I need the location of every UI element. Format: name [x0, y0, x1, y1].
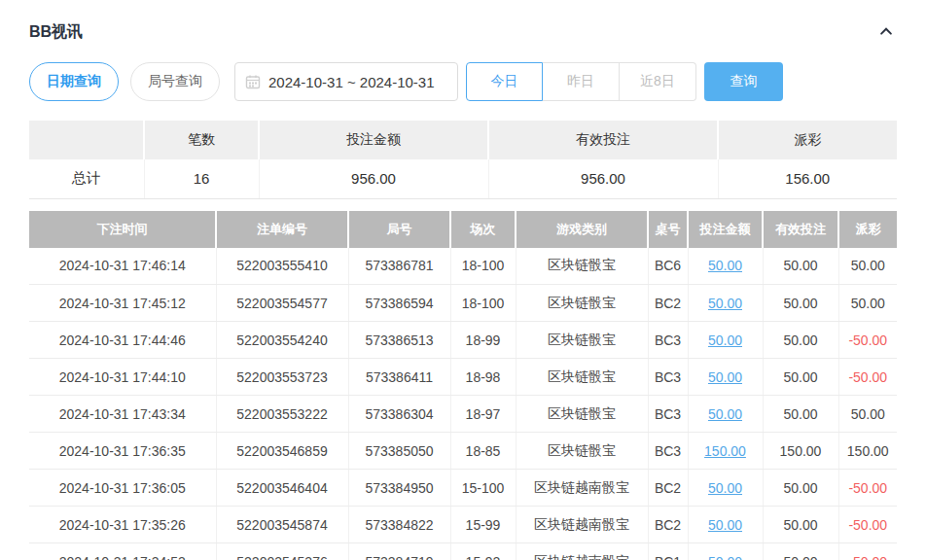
- cell-round: 573386781: [348, 248, 450, 285]
- quick-range-group: 今日 昨日 近8日: [466, 62, 696, 101]
- cell-payout: 50.00: [838, 285, 897, 322]
- records-table: 下注时间 注单编号 局号 场次 游戏类别 桌号 投注金额 有效投注 派彩 202…: [29, 211, 897, 560]
- summary-total-valid-bet: 956.00: [488, 159, 718, 198]
- table-row: 2024-10-31 17:46:14 522003555410 5733867…: [29, 248, 897, 285]
- cell-bet-amount: 50.00: [688, 285, 763, 322]
- cell-bet-time: 2024-10-31 17:43:34: [29, 396, 216, 433]
- cell-payout: -50.00: [838, 507, 897, 543]
- cell-game-type: 区块链骰宝: [516, 248, 648, 285]
- date-range-input[interactable]: 2024-10-31 ~ 2024-10-31: [234, 62, 458, 101]
- cell-table-no: BC2: [648, 507, 688, 543]
- calendar-icon: [245, 74, 261, 89]
- cell-table-no: BC2: [648, 285, 688, 322]
- quick-range-yesterday[interactable]: 昨日: [543, 62, 620, 101]
- cell-valid-bet: 150.00: [763, 433, 838, 470]
- cell-bet-id: 522003553222: [216, 396, 348, 433]
- cell-bet-time: 2024-10-31 17:44:46: [29, 322, 216, 359]
- col-round: 局号: [348, 211, 450, 248]
- cell-round: 573386304: [348, 396, 450, 433]
- cell-bet-id: 522003545376: [216, 543, 348, 560]
- cell-bet-amount: 50.00: [688, 248, 763, 285]
- table-row: 2024-10-31 17:44:46 522003554240 5733865…: [29, 322, 897, 359]
- cell-valid-bet: 50.00: [763, 248, 838, 285]
- bet-amount-link[interactable]: 50.00: [708, 258, 742, 273]
- cell-valid-bet: 50.00: [763, 285, 838, 322]
- cell-table-no: BC3: [648, 396, 688, 433]
- summary-header-payout: 派彩: [718, 121, 897, 159]
- summary-header-row: 笔数 投注金额 有效投注 派彩: [29, 121, 897, 159]
- cell-game-type: 区块链越南骰宝: [516, 543, 648, 560]
- summary-header-blank: [29, 121, 144, 159]
- cell-payout: -50.00: [838, 322, 897, 359]
- summary-header-count: 笔数: [144, 121, 259, 159]
- cell-round: 573385050: [348, 433, 450, 470]
- cell-valid-bet: 50.00: [763, 507, 838, 543]
- cell-bet-amount: 150.00: [688, 433, 763, 470]
- search-button[interactable]: 查询: [704, 62, 783, 101]
- cell-game-type: 区块链骰宝: [516, 285, 648, 322]
- panel-header: BB视讯: [29, 0, 897, 43]
- bet-amount-link[interactable]: 50.00: [708, 296, 742, 311]
- table-row: 2024-10-31 17:43:34 522003553222 5733863…: [29, 396, 897, 433]
- bet-amount-link[interactable]: 50.00: [708, 332, 742, 348]
- cell-payout: -50.00: [838, 543, 897, 560]
- cell-bet-time: 2024-10-31 17:34:53: [29, 543, 216, 560]
- quick-range-today[interactable]: 今日: [466, 62, 543, 101]
- cell-bet-id: 522003555410: [216, 248, 348, 285]
- cell-game-type: 区块链骰宝: [516, 433, 648, 470]
- col-bet-time: 下注时间: [29, 211, 216, 248]
- cell-round: 573384719: [348, 543, 450, 560]
- cell-bet-time: 2024-10-31 17:36:35: [29, 433, 216, 470]
- cell-valid-bet: 50.00: [763, 470, 838, 507]
- bet-amount-link[interactable]: 150.00: [704, 443, 746, 459]
- summary-total-row: 总计 16 956.00 956.00 156.00: [29, 159, 897, 198]
- cell-bet-time: 2024-10-31 17:35:26: [29, 507, 216, 543]
- records-body: 2024-10-31 17:46:14 522003555410 5733867…: [29, 248, 897, 560]
- summary-table: 笔数 投注金额 有效投注 派彩 总计 16 956.00 956.00 156.…: [29, 121, 897, 199]
- tab-round-query[interactable]: 局号查询: [130, 62, 220, 101]
- tab-date-query[interactable]: 日期查询: [29, 62, 119, 101]
- cell-payout: 150.00: [838, 433, 897, 470]
- cell-bet-amount: 50.00: [688, 470, 763, 507]
- table-row: 2024-10-31 17:45:12 522003554577 5733865…: [29, 285, 897, 322]
- cell-bet-id: 522003553723: [216, 359, 348, 396]
- cell-round: 573386513: [348, 322, 450, 359]
- collapse-panel-button[interactable]: [875, 21, 897, 43]
- cell-session: 15-100: [450, 470, 516, 507]
- bet-amount-link[interactable]: 50.00: [708, 369, 742, 385]
- cell-session: 15-92: [450, 543, 516, 560]
- cell-table-no: BC2: [648, 470, 688, 507]
- bet-amount-link[interactable]: 50.00: [708, 554, 742, 560]
- col-table-no: 桌号: [648, 211, 688, 248]
- cell-round: 573384950: [348, 470, 450, 507]
- cell-bet-amount: 50.00: [688, 543, 763, 560]
- cell-game-type: 区块链骰宝: [516, 396, 648, 433]
- summary-header-bet-amount: 投注金额: [259, 121, 488, 159]
- summary-total-label: 总计: [29, 159, 144, 198]
- table-row: 2024-10-31 17:35:26 522003545874 5733848…: [29, 507, 897, 543]
- col-valid-bet: 有效投注: [763, 211, 838, 248]
- cell-table-no: BC6: [648, 248, 688, 285]
- cell-bet-time: 2024-10-31 17:46:14: [29, 248, 216, 285]
- cell-bet-id: 522003546404: [216, 470, 348, 507]
- cell-bet-id: 522003545874: [216, 507, 348, 543]
- bet-amount-link[interactable]: 50.00: [708, 517, 742, 533]
- cell-session: 15-99: [450, 507, 516, 543]
- cell-round: 573384822: [348, 507, 450, 543]
- records-header-row: 下注时间 注单编号 局号 场次 游戏类别 桌号 投注金额 有效投注 派彩: [29, 211, 897, 248]
- table-row: 2024-10-31 17:36:35 522003546859 5733850…: [29, 433, 897, 470]
- summary-header-valid-bet: 有效投注: [488, 121, 718, 159]
- quick-range-last8days[interactable]: 近8日: [620, 62, 696, 101]
- cell-bet-amount: 50.00: [688, 359, 763, 396]
- cell-session: 18-100: [450, 285, 516, 322]
- summary-total-count: 16: [144, 159, 259, 198]
- col-bet-amount: 投注金额: [688, 211, 763, 248]
- cell-payout: 50.00: [838, 396, 897, 433]
- cell-valid-bet: 50.00: [763, 359, 838, 396]
- cell-game-type: 区块链骰宝: [516, 322, 648, 359]
- cell-bet-id: 522003546859: [216, 433, 348, 470]
- bet-amount-link[interactable]: 50.00: [708, 406, 742, 422]
- bet-amount-link[interactable]: 50.00: [708, 480, 742, 496]
- cell-valid-bet: 50.00: [763, 322, 838, 359]
- summary-total-bet-amount: 956.00: [259, 159, 488, 198]
